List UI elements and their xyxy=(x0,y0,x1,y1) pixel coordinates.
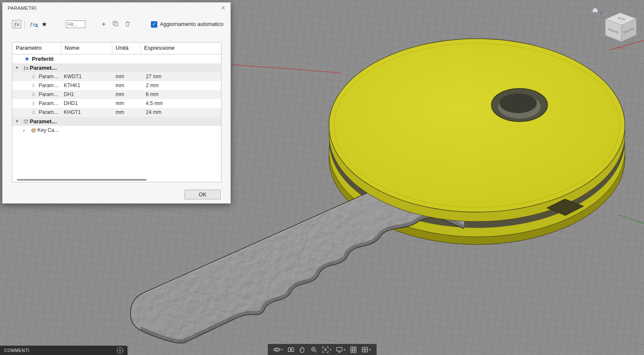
user-parameters-group-row[interactable]: ▼ ƒx Paramet… xyxy=(12,63,221,72)
param-type-label: Param… xyxy=(39,99,59,108)
table-row[interactable]: ☆Param… DH1 mm 6 mm xyxy=(12,90,221,99)
copy-parameter-button[interactable] xyxy=(112,21,119,28)
horizontal-scrollbar[interactable] xyxy=(12,179,221,181)
param-unit[interactable]: mm xyxy=(112,81,141,90)
auto-update-label[interactable]: Aggiornamento automatico xyxy=(160,21,223,27)
key-cap-hole[interactable] xyxy=(491,88,548,122)
display-settings-button[interactable]: ▾ xyxy=(334,344,348,355)
favorites-row[interactable]: ★ Preferiti xyxy=(12,54,221,63)
fx-icon: ƒx xyxy=(22,63,30,72)
caret-down-icon: ▾ xyxy=(369,348,371,352)
param-expression[interactable]: 6 mm xyxy=(141,90,221,99)
trash-icon xyxy=(125,21,131,27)
star-outline-icon[interactable]: ☆ xyxy=(31,108,39,117)
param-unit[interactable]: mm xyxy=(112,99,141,108)
caret-down-icon: ▾ xyxy=(281,348,283,352)
look-at-button[interactable] xyxy=(285,344,296,355)
star-outline-icon[interactable]: ☆ xyxy=(31,72,39,81)
axis-x-label: X xyxy=(621,46,624,51)
param-unit[interactable]: mm xyxy=(112,108,141,117)
param-unit[interactable]: mm xyxy=(112,90,141,99)
comments-label: COMMENTI xyxy=(4,348,29,353)
dialog-toolbar: ƒx ƒx ★ + ✓ Aggiornamento automatico xyxy=(3,14,230,33)
caret-down-icon: ▾ xyxy=(329,348,331,352)
table-row[interactable]: ☆Param… DHD1 mm 4.5 mm xyxy=(12,99,221,108)
viewcube-home-icon[interactable] xyxy=(593,8,598,12)
close-icon[interactable]: × xyxy=(221,5,225,11)
param-name[interactable]: KWDT1 xyxy=(61,72,112,81)
favorites-filter-button[interactable]: ★ xyxy=(40,20,49,28)
param-expression[interactable]: 27 mm xyxy=(141,72,221,81)
column-header-unita[interactable]: Unità xyxy=(112,43,141,54)
table-row[interactable]: ☆Param… KWDT1 mm 27 mm xyxy=(12,72,221,81)
y-axis-line xyxy=(618,215,644,224)
column-header-espressione[interactable]: Espressione xyxy=(141,43,221,54)
star-outline-icon[interactable]: ☆ xyxy=(31,99,39,108)
chevron-down-icon[interactable]: ▼ xyxy=(12,117,22,126)
scrollbar-thumb[interactable] xyxy=(17,179,147,181)
component-label: Key Ca… xyxy=(37,126,59,135)
orbit-icon xyxy=(273,346,280,353)
param-expression[interactable]: 24 mm xyxy=(141,108,221,117)
column-header-parametro[interactable]: Parametro xyxy=(12,43,61,54)
x-axis-line xyxy=(232,65,340,73)
param-expression[interactable]: 4.5 mm xyxy=(141,99,221,108)
ok-button[interactable]: OK xyxy=(184,190,221,199)
shared-parameters-button[interactable]: ƒx xyxy=(28,20,37,28)
fit-button[interactable]: ▾ xyxy=(319,344,333,355)
key-cap-top-face[interactable] xyxy=(329,39,625,212)
expand-comments-button[interactable]: + xyxy=(117,347,123,354)
filter-input[interactable] xyxy=(66,20,85,28)
axis-z-label: Z xyxy=(600,11,602,15)
param-type-label: Param… xyxy=(39,72,59,81)
favorite-star-icon: ★ xyxy=(24,54,32,63)
group-label: Paramet… xyxy=(30,63,57,72)
star-outline-icon[interactable]: ☆ xyxy=(31,90,39,99)
param-name[interactable]: DH1 xyxy=(61,90,112,99)
model-parameters-group-row[interactable]: ▼ Paramet… xyxy=(12,117,221,126)
toolbar-separator xyxy=(24,20,25,28)
grid-icon xyxy=(350,346,357,353)
display-settings-icon xyxy=(336,346,343,353)
check-icon: ✓ xyxy=(152,22,156,26)
chevron-down-icon[interactable]: ▼ xyxy=(12,63,22,72)
add-parameter-button[interactable]: + xyxy=(101,21,107,27)
zoom-icon xyxy=(310,346,317,353)
table-row[interactable]: ☆Param… KTHK1 mm 2 mm xyxy=(12,81,221,90)
dialog-title: PARAMETRI xyxy=(8,6,37,11)
comments-bar[interactable]: COMMENTI + xyxy=(0,346,128,355)
column-header-nome[interactable]: Nome xyxy=(61,43,112,54)
parameters-table: Parametro Nome Unità Espressione ★ Prefe… xyxy=(12,42,221,182)
param-type-label: Param… xyxy=(39,90,59,99)
zoom-button[interactable] xyxy=(308,344,319,355)
pan-button[interactable] xyxy=(296,344,308,355)
viewports-icon xyxy=(361,346,369,353)
user-parameters-button[interactable]: ƒx xyxy=(12,20,21,28)
star-outline-icon[interactable]: ☆ xyxy=(31,81,39,90)
orbit-button[interactable]: ▾ xyxy=(271,344,285,355)
caret-down-icon: ▾ xyxy=(344,348,346,352)
model-cube-icon xyxy=(22,119,30,124)
chevron-right-icon[interactable]: › xyxy=(23,126,30,135)
fit-icon xyxy=(321,346,329,353)
grid-settings-button[interactable] xyxy=(348,344,359,355)
copy-icon xyxy=(113,21,118,26)
navigation-toolbar: ▾ ▾ ▾ ▾ xyxy=(267,344,376,355)
table-row[interactable]: ☆Param… KHGT1 mm 24 mm xyxy=(12,108,221,117)
table-header: Parametro Nome Unità Espressione xyxy=(12,43,221,54)
component-row[interactable]: › Key Ca… xyxy=(12,126,221,135)
viewports-button[interactable]: ▾ xyxy=(359,344,373,355)
delete-parameter-button[interactable] xyxy=(124,21,131,28)
person-icon xyxy=(35,22,38,28)
param-type-label: Param… xyxy=(39,108,59,117)
auto-update-checkbox[interactable]: ✓ xyxy=(151,21,157,28)
dialog-titlebar[interactable]: PARAMETRI × xyxy=(3,3,230,14)
param-unit[interactable]: mm xyxy=(112,72,141,81)
look-at-icon xyxy=(287,346,294,353)
group-label: Paramet… xyxy=(30,117,57,126)
param-expression[interactable]: 2 mm xyxy=(141,81,221,90)
param-name[interactable]: KTHK1 xyxy=(61,81,112,90)
param-name[interactable]: KHGT1 xyxy=(61,108,112,117)
param-name[interactable]: DHD1 xyxy=(61,99,112,108)
pan-hand-icon xyxy=(298,346,306,353)
